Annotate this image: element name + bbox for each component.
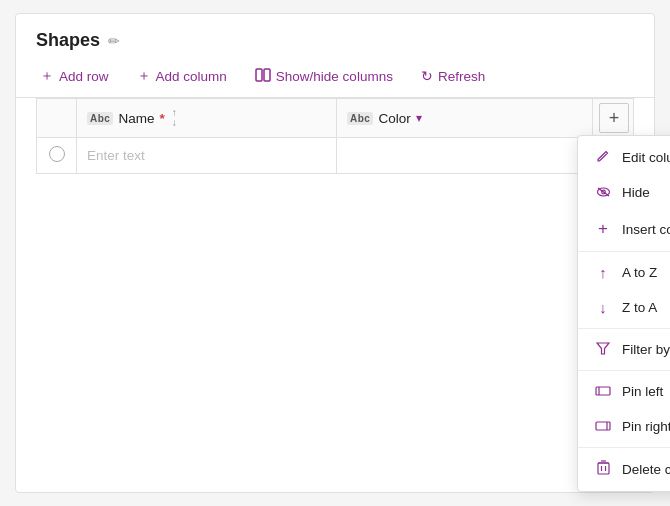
- edit-title-icon[interactable]: ✏: [108, 33, 120, 49]
- svg-rect-0: [256, 69, 262, 81]
- toolbar: ＋ Add row ＋ Add column Show/hide columns…: [16, 59, 654, 98]
- dropdown-item-delete-column[interactable]: Delete column: [578, 451, 670, 487]
- refresh-button[interactable]: ↻ Refresh: [417, 66, 489, 86]
- row-selector-cell[interactable]: [37, 138, 77, 174]
- show-hide-button[interactable]: Show/hide columns: [251, 66, 397, 87]
- row-selector-header: [37, 99, 77, 138]
- dropdown-divider-2: [578, 328, 670, 329]
- dropdown-divider-1: [578, 251, 670, 252]
- dropdown-item-a-to-z[interactable]: ↑ A to Z: [578, 255, 670, 290]
- insert-column-icon: +: [594, 219, 612, 239]
- required-marker: *: [159, 111, 164, 126]
- plus-icon-2: ＋: [137, 67, 151, 85]
- abc-badge-color: Abc: [347, 112, 373, 125]
- hide-icon: [594, 184, 612, 201]
- color-column-chevron[interactable]: ▾: [416, 111, 422, 125]
- columns-icon: [255, 68, 271, 85]
- add-row-button[interactable]: ＋ Add row: [36, 65, 113, 87]
- dropdown-item-edit-column[interactable]: Edit column: [578, 140, 670, 175]
- name-cell[interactable]: Enter text: [77, 138, 337, 174]
- dropdown-item-hide[interactable]: Hide: [578, 175, 670, 210]
- color-cell[interactable]: [337, 138, 593, 174]
- dropdown-item-pin-left[interactable]: Pin left: [578, 374, 670, 409]
- add-column-header: +: [593, 99, 634, 138]
- svg-rect-6: [596, 387, 610, 395]
- delete-column-icon: [594, 460, 612, 478]
- z-to-a-icon: ↓: [594, 299, 612, 316]
- plus-icon: ＋: [40, 67, 54, 85]
- dropdown-divider-4: [578, 447, 670, 448]
- svg-marker-5: [597, 343, 609, 354]
- pin-right-icon: [594, 418, 612, 435]
- add-column-button-inline[interactable]: +: [599, 103, 629, 133]
- page-header: Shapes ✏: [16, 14, 654, 59]
- name-column-header: Abc Name * ↑ ↓: [77, 99, 337, 138]
- pin-left-icon: [594, 383, 612, 400]
- svg-rect-10: [598, 463, 609, 474]
- main-container: Shapes ✏ ＋ Add row ＋ Add column Show/hid…: [15, 13, 655, 493]
- dropdown-item-pin-right[interactable]: Pin right: [578, 409, 670, 444]
- data-table: Abc Name * ↑ ↓ Abc Color: [36, 98, 634, 174]
- table-area: Abc Name * ↑ ↓ Abc Color: [16, 98, 654, 174]
- column-dropdown-menu: Edit column Hide + Insert column: [577, 135, 670, 492]
- dropdown-item-z-to-a[interactable]: ↓ Z to A: [578, 290, 670, 325]
- name-input-placeholder[interactable]: Enter text: [87, 148, 145, 163]
- add-column-button[interactable]: ＋ Add column: [133, 65, 231, 87]
- row-radio[interactable]: [49, 146, 65, 162]
- refresh-icon: ↻: [421, 68, 433, 84]
- svg-rect-1: [264, 69, 270, 81]
- svg-rect-8: [596, 422, 610, 430]
- dropdown-item-filter-by[interactable]: Filter by: [578, 332, 670, 367]
- dropdown-divider-3: [578, 370, 670, 371]
- sort-desc-icon[interactable]: ↓: [172, 118, 177, 128]
- dropdown-item-insert-column[interactable]: + Insert column: [578, 210, 670, 248]
- abc-badge-name: Abc: [87, 112, 113, 125]
- edit-column-icon: [594, 149, 612, 166]
- sort-icons: ↑ ↓: [172, 108, 177, 128]
- color-column-header: Abc Color ▾ Edit column: [337, 99, 593, 138]
- table-row: Enter text: [37, 138, 634, 174]
- filter-icon: [594, 341, 612, 358]
- a-to-z-icon: ↑: [594, 264, 612, 281]
- page-title: Shapes: [36, 30, 100, 51]
